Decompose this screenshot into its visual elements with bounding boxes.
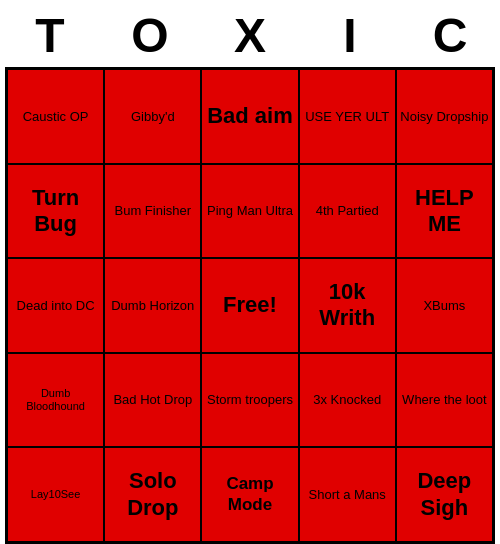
bingo-cell-20: Lay10See [7,447,104,542]
title-letter-o: O [100,8,200,63]
bingo-cell-14: XBums [396,258,493,353]
bingo-grid: Caustic OPGibby'dBad aimUSE YER ULTNoisy… [5,67,495,544]
bingo-cell-16: Bad Hot Drop [104,353,201,448]
bingo-cell-13: 10k Writh [299,258,396,353]
bingo-cell-11: Dumb Horizon [104,258,201,353]
bingo-cell-22: Camp Mode [201,447,298,542]
bingo-cell-23: Short a Mans [299,447,396,542]
bingo-cell-1: Gibby'd [104,69,201,164]
bingo-cell-17: Storm troopers [201,353,298,448]
bingo-cell-7: Ping Man Ultra [201,164,298,259]
title-letter-i: I [300,8,400,63]
bingo-cell-21: Solo Drop [104,447,201,542]
bingo-cell-19: Where the loot [396,353,493,448]
bingo-cell-4: Noisy Dropship [396,69,493,164]
title-letter-x: X [200,8,300,63]
bingo-cell-8: 4th Partied [299,164,396,259]
bingo-cell-15: Dumb Bloodhound [7,353,104,448]
bingo-cell-6: Bum Finisher [104,164,201,259]
bingo-cell-24: Deep Sigh [396,447,493,542]
bingo-cell-3: USE YER ULT [299,69,396,164]
bingo-cell-18: 3x Knocked [299,353,396,448]
title-letter-c: C [400,8,500,63]
bingo-cell-10: Dead into DC [7,258,104,353]
bingo-cell-9: HELP ME [396,164,493,259]
bingo-cell-0: Caustic OP [7,69,104,164]
bingo-cell-5: Turn Bug [7,164,104,259]
title-letter-t: T [0,8,100,63]
title-row: T O X I C [0,0,500,67]
bingo-cell-12: Free! [201,258,298,353]
bingo-cell-2: Bad aim [201,69,298,164]
